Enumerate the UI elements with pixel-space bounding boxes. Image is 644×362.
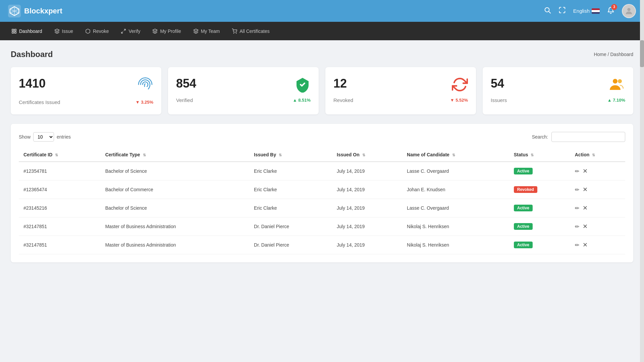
edit-button-1[interactable]: ✏ (575, 187, 579, 193)
data-table: Certificate ID ⇅ Certificate Type ⇅ Issu… (19, 148, 625, 254)
dashboard-icon (11, 29, 17, 34)
cell-issued-by-2: Eric Clarke (249, 199, 332, 217)
col-cert-type[interactable]: Certificate Type ⇅ (101, 148, 249, 162)
cell-issued-by-0: Eric Clarke (249, 162, 332, 180)
delete-button-3[interactable]: ✕ (583, 223, 588, 230)
edit-button-0[interactable]: ✏ (575, 168, 579, 174)
cell-issued-by-4: Dr. Daniel Pierce (249, 236, 332, 254)
cell-cert-id-2: #23145216 (19, 199, 101, 217)
table-row: #32147851 Master of Business Administrat… (19, 236, 625, 254)
status-badge-0: Active (514, 168, 533, 174)
stat-change-revoked: ▼ 5.52% (450, 98, 468, 103)
fingerprint-icon (137, 76, 153, 96)
cell-action-2: ✏ ✕ (570, 199, 625, 217)
search-area: Search: (532, 132, 625, 142)
cell-cert-id-1: #12365474 (19, 180, 101, 199)
status-badge-4: Active (514, 242, 533, 248)
stat-card-revoked: 12 Revoked ▼ 5.52% (325, 67, 476, 114)
cell-status-4: Active (509, 236, 570, 254)
page-header: Dashboard Home / Dashboard (11, 50, 633, 59)
delete-button-1[interactable]: ✕ (583, 186, 588, 193)
delete-button-4[interactable]: ✕ (583, 241, 588, 249)
top-header: Blockxpert English 3 (0, 0, 644, 22)
nav-item-my-profile[interactable]: My Profile (146, 22, 187, 40)
breadcrumb-home[interactable]: Home (594, 52, 606, 57)
status-badge-3: Active (514, 223, 533, 230)
cell-candidate-4: Nikolaj S. Henriksen (402, 236, 509, 254)
stat-card-verified: 854 Verified ▲ 8.51% (168, 67, 319, 114)
cell-status-2: Active (509, 199, 570, 217)
stat-bottom-certificates: Certificates Issued ▼ 3.25% (19, 99, 153, 105)
nav-item-issue[interactable]: Issue (48, 22, 79, 40)
nav-item-verify[interactable]: Verify (115, 22, 146, 40)
language-selector[interactable]: English (573, 8, 600, 14)
nav-label-issue: Issue (62, 29, 73, 34)
edit-button-2[interactable]: ✏ (575, 205, 579, 211)
svg-point-13 (234, 33, 234, 33)
scrollbar-thumb[interactable] (640, 40, 644, 67)
svg-point-14 (236, 33, 236, 33)
svg-line-10 (121, 32, 123, 33)
breadcrumb: Home / Dashboard (594, 52, 633, 57)
nav-label-my-team: My Team (201, 29, 220, 34)
revoke-icon (85, 29, 91, 34)
nav-item-my-team[interactable]: My Team (187, 22, 226, 40)
col-label-cert-id: Certificate ID (23, 152, 52, 157)
stat-label-certificates: Certificates Issued (19, 99, 60, 105)
stat-card-issuers: 54 Issuers ▲ 7.10% (483, 67, 633, 114)
svg-rect-6 (14, 32, 16, 33)
col-status[interactable]: Status ⇅ (509, 148, 570, 162)
col-cert-id[interactable]: Certificate ID ⇅ (19, 148, 101, 162)
stat-top-certificates: 1410 (19, 76, 153, 96)
cell-cert-id-3: #32147851 (19, 217, 101, 236)
table-row: #23145216 Bachelor of Science Eric Clark… (19, 199, 625, 217)
entries-select[interactable]: 10 25 50 100 (33, 132, 54, 142)
stat-top-verified: 854 (176, 76, 311, 94)
col-issued-on[interactable]: Issued On ⇅ (332, 148, 402, 162)
delete-button-0[interactable]: ✕ (583, 167, 588, 175)
nav-item-revoke[interactable]: Revoke (79, 22, 115, 40)
col-label-cert-type: Certificate Type (105, 152, 140, 157)
stat-label-issuers: Issuers (491, 97, 507, 103)
nav-item-all-certificates[interactable]: All Certificates (226, 22, 275, 40)
status-badge-2: Active (514, 205, 533, 211)
cell-issued-on-0: July 14, 2019 (332, 162, 402, 180)
svg-rect-5 (14, 29, 16, 31)
col-issued-by[interactable]: Issued By ⇅ (249, 148, 332, 162)
search-icon[interactable] (544, 6, 551, 15)
nav-label-revoke: Revoke (93, 29, 109, 34)
action-btns-0: ✏ ✕ (575, 167, 621, 175)
stat-number-verified: 854 (176, 76, 196, 91)
cell-issued-on-4: July 14, 2019 (332, 236, 402, 254)
cell-action-4: ✏ ✕ (570, 236, 625, 254)
logo-area[interactable]: Blockxpert (8, 5, 62, 17)
scrollbar-track[interactable] (640, 0, 644, 362)
app-name: Blockxpert (24, 7, 62, 15)
stat-change-certificates: ▼ 3.25% (136, 100, 153, 105)
cell-cert-type-0: Bachelor of Science (101, 162, 249, 180)
svg-point-16 (618, 79, 622, 83)
notification-bell[interactable]: 3 (607, 7, 614, 15)
stat-cards: 1410 Certificates Issued ▼ 3.25% (11, 67, 633, 114)
action-btns-4: ✏ ✕ (575, 241, 621, 249)
cell-cert-type-3: Master of Business Administration (101, 217, 249, 236)
sort-icon-cert-type: ⇅ (143, 153, 146, 157)
delete-button-2[interactable]: ✕ (583, 204, 588, 212)
svg-marker-11 (153, 29, 157, 31)
svg-point-15 (613, 79, 618, 84)
sort-icon-status: ⇅ (531, 153, 534, 157)
col-label-issued-on: Issued On (337, 152, 360, 157)
entries-label: entries (57, 134, 71, 140)
col-action[interactable]: Action ⇅ (570, 148, 625, 162)
sort-icon-issued-by: ⇅ (279, 153, 282, 157)
edit-button-4[interactable]: ✏ (575, 242, 579, 248)
search-input[interactable] (551, 132, 625, 142)
nav-item-dashboard[interactable]: Dashboard (5, 22, 48, 40)
fullscreen-icon[interactable] (558, 6, 566, 15)
avatar[interactable] (622, 4, 636, 18)
col-candidate[interactable]: Name of Candidate ⇅ (402, 148, 509, 162)
cell-cert-id-4: #32147851 (19, 236, 101, 254)
my-profile-icon (152, 29, 158, 34)
edit-button-3[interactable]: ✏ (575, 223, 579, 230)
all-certificates-icon (232, 29, 237, 34)
